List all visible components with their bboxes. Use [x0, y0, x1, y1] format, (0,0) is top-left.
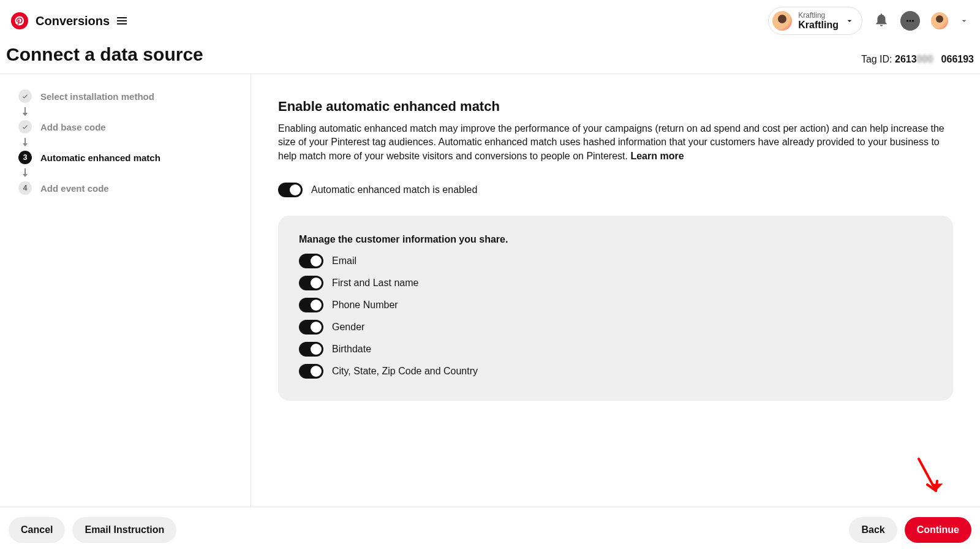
account-switcher[interactable]: Kraftling Kraftling — [768, 7, 862, 35]
arrow-down-icon — [18, 166, 244, 180]
user-avatar[interactable] — [931, 12, 948, 29]
toggle-label-birthdate: Birthdate — [332, 344, 371, 355]
topbar: Conversions Kraftling Kraftling — [0, 0, 980, 42]
toggle-row-email: Email — [299, 254, 932, 268]
cancel-button[interactable]: Cancel — [9, 517, 65, 543]
toggle-label-gender: Gender — [332, 322, 364, 333]
toggle-phone[interactable] — [299, 298, 323, 312]
svg-point-3 — [907, 20, 908, 22]
toggle-name[interactable] — [299, 276, 323, 290]
step-3-indicator: 3 — [18, 151, 32, 164]
svg-point-4 — [910, 20, 911, 22]
tag-id-label: Tag ID: — [861, 54, 892, 64]
account-avatar — [772, 11, 792, 31]
topbar-right: Kraftling Kraftling — [768, 7, 969, 35]
step-4-label: Add event code — [40, 183, 109, 194]
tag-id-prefix: 2613 — [895, 54, 917, 64]
toggle-label-phone: Phone Number — [332, 300, 398, 311]
account-text: Kraftling Kraftling — [798, 12, 839, 31]
toggle-gender[interactable] — [299, 320, 323, 335]
master-toggle-label: Automatic enhanced match is enabled — [311, 184, 477, 195]
svg-marker-7 — [23, 113, 28, 116]
main-layout: Select installation method Add base code… — [0, 74, 980, 515]
account-name-small: Kraftling — [798, 12, 839, 20]
panel-title: Manage the customer information you shar… — [299, 234, 932, 245]
step-3[interactable]: 3 Automatic enhanced match — [18, 149, 244, 166]
main-content: Enable automatic enhanced match Enabling… — [251, 74, 980, 515]
step-2-label: Add base code — [40, 122, 106, 132]
arrow-down-icon — [18, 135, 244, 149]
tag-id-suffix: 066193 — [941, 54, 974, 64]
toggle-row-name: First and Last name — [299, 276, 932, 290]
check-icon — [21, 123, 29, 130]
toggle-location[interactable] — [299, 364, 323, 379]
steps-sidebar: Select installation method Add base code… — [0, 74, 251, 515]
toggle-label-email: Email — [332, 255, 356, 267]
svg-rect-2 — [117, 23, 127, 25]
footer-right: Back Continue — [849, 517, 971, 543]
customer-info-panel: Manage the customer information you shar… — [278, 216, 953, 401]
step-2[interactable]: Add base code — [18, 118, 244, 135]
footer: Cancel Email Instruction Back Continue — [0, 507, 980, 552]
notifications-icon[interactable] — [873, 12, 889, 30]
step-2-indicator — [18, 120, 32, 134]
step-1-indicator — [18, 89, 32, 103]
step-1-label: Select installation method — [40, 91, 154, 102]
master-toggle[interactable] — [278, 183, 303, 197]
tag-id: Tag ID: 2613000066193 — [861, 54, 974, 65]
toggle-row-location: City, State, Zip Code and Country — [299, 364, 932, 379]
tag-id-value: 2613000066193 — [895, 54, 974, 64]
page-title: Connect a data source — [6, 44, 203, 65]
tag-id-hidden: 000 — [917, 54, 941, 65]
footer-left: Cancel Email Instruction — [9, 517, 176, 543]
svg-point-5 — [912, 20, 914, 22]
step-4-indicator: 4 — [18, 181, 32, 195]
topbar-left: Conversions — [11, 12, 127, 29]
messages-icon[interactable] — [900, 11, 920, 31]
back-button[interactable]: Back — [849, 517, 897, 543]
toggle-email[interactable] — [299, 254, 323, 268]
svg-rect-1 — [117, 20, 127, 21]
learn-more-link[interactable]: Learn more — [630, 151, 684, 161]
section-description: Enabling automatic enhanced match may im… — [278, 122, 953, 163]
email-instruction-button[interactable]: Email Instruction — [72, 517, 176, 543]
toggle-label-name: First and Last name — [332, 278, 418, 289]
menu-icon[interactable] — [117, 17, 127, 25]
continue-button[interactable]: Continue — [905, 517, 971, 543]
user-menu-chevron-icon[interactable] — [959, 16, 969, 26]
svg-rect-0 — [117, 17, 127, 18]
master-toggle-row: Automatic enhanced match is enabled — [278, 183, 953, 197]
pinterest-icon — [14, 15, 25, 26]
pinterest-logo[interactable] — [11, 12, 28, 29]
svg-marker-9 — [23, 143, 28, 146]
svg-marker-11 — [23, 174, 28, 177]
toggle-row-gender: Gender — [299, 320, 932, 335]
check-icon — [21, 93, 29, 100]
toggle-row-birthdate: Birthdate — [299, 342, 932, 357]
account-name-large: Kraftling — [798, 20, 839, 31]
step-1[interactable]: Select installation method — [18, 88, 244, 105]
chevron-down-icon — [845, 16, 854, 26]
step-3-label: Automatic enhanced match — [40, 153, 160, 163]
toggle-label-location: City, State, Zip Code and Country — [332, 366, 478, 377]
page-header: Connect a data source Tag ID: 2613000066… — [0, 42, 980, 74]
section-desc-text: Enabling automatic enhanced match may im… — [278, 123, 944, 161]
breadcrumb-title[interactable]: Conversions — [36, 14, 110, 28]
step-4[interactable]: 4 Add event code — [18, 180, 244, 197]
arrow-down-icon — [18, 105, 244, 118]
toggle-birthdate[interactable] — [299, 342, 323, 357]
toggle-row-phone: Phone Number — [299, 298, 932, 312]
section-title: Enable automatic enhanced match — [278, 99, 953, 115]
